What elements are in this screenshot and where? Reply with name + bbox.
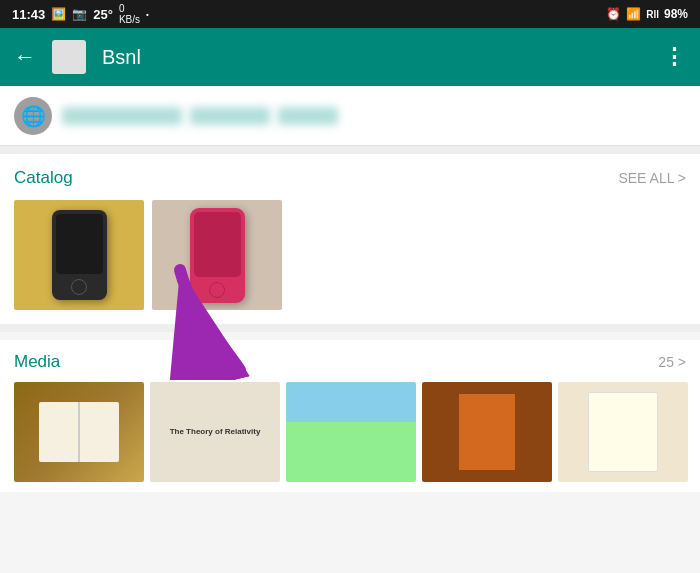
catalog-image-2[interactable] xyxy=(152,200,282,310)
network-speed: 0KB/s xyxy=(119,3,140,25)
catalog-image-1[interactable] xyxy=(14,200,144,310)
signal-icon: Rll xyxy=(646,9,659,20)
battery-display: 98% xyxy=(664,7,688,21)
see-all-button[interactable]: SEE ALL > xyxy=(618,170,686,186)
divider-2 xyxy=(0,324,700,332)
media-thumb-5[interactable] xyxy=(558,382,688,482)
globe-icon: 🌐 xyxy=(14,97,52,135)
dot-indicator: • xyxy=(146,10,149,19)
contact-avatar xyxy=(52,40,86,74)
thumb4-inner xyxy=(457,392,517,472)
blur-block-1 xyxy=(62,107,182,125)
catalog-header: Catalog SEE ALL > xyxy=(14,168,686,188)
screenshot-icon: 📷 xyxy=(72,7,87,21)
thumb5-pages xyxy=(588,392,658,472)
status-left: 11:43 🖼️ 📷 25° 0KB/s • xyxy=(12,3,149,25)
divider-1 xyxy=(0,146,700,154)
phone2-background xyxy=(152,200,282,310)
blur-block-3 xyxy=(278,107,338,125)
status-right: ⏰ 📶 Rll 98% xyxy=(606,7,688,21)
thumb3-bg xyxy=(286,382,416,482)
media-thumb-1[interactable] xyxy=(14,382,144,482)
temp-display: 25° xyxy=(93,7,113,22)
app-bar-title: Bsnl xyxy=(102,46,647,69)
alarm-icon: ⏰ xyxy=(606,7,621,21)
book-open-icon xyxy=(39,402,119,462)
catalog-images-row xyxy=(14,200,686,310)
status-bar: 11:43 🖼️ 📷 25° 0KB/s • ⏰ 📶 Rll 98% xyxy=(0,0,700,28)
thumb4-bg xyxy=(422,382,552,482)
blur-block-2 xyxy=(190,107,270,125)
phone1-background xyxy=(14,200,144,310)
media-section: Media 25 > The Theory of Relativity xyxy=(0,340,700,492)
media-thumb-4[interactable] xyxy=(422,382,552,482)
status-time: 11:43 xyxy=(12,7,45,22)
catalog-section: Catalog SEE ALL > xyxy=(0,154,700,324)
thumb5-bg xyxy=(558,382,688,482)
phone2-device xyxy=(190,208,245,303)
media-header: Media 25 > xyxy=(14,352,686,372)
app-bar: ← Bsnl ⋮ xyxy=(0,28,700,86)
blur-content xyxy=(62,107,686,125)
media-thumb-2[interactable]: The Theory of Relativity xyxy=(150,382,280,482)
thumb2-bg: The Theory of Relativity xyxy=(150,382,280,482)
top-section: 🌐 xyxy=(0,86,700,146)
media-count-button[interactable]: 25 > xyxy=(658,354,686,370)
media-thumb-3[interactable] xyxy=(286,382,416,482)
phone1-device xyxy=(52,210,107,300)
more-options-button[interactable]: ⋮ xyxy=(663,44,686,70)
wifi-icon: 📶 xyxy=(626,7,641,21)
media-thumbnails-row: The Theory of Relativity xyxy=(14,382,686,482)
book-title-text: The Theory of Relativity xyxy=(164,427,267,437)
photo-icon: 🖼️ xyxy=(51,7,66,21)
catalog-title: Catalog xyxy=(14,168,73,188)
media-title: Media xyxy=(14,352,60,372)
back-button[interactable]: ← xyxy=(14,44,36,70)
thumb1-bg xyxy=(14,382,144,482)
